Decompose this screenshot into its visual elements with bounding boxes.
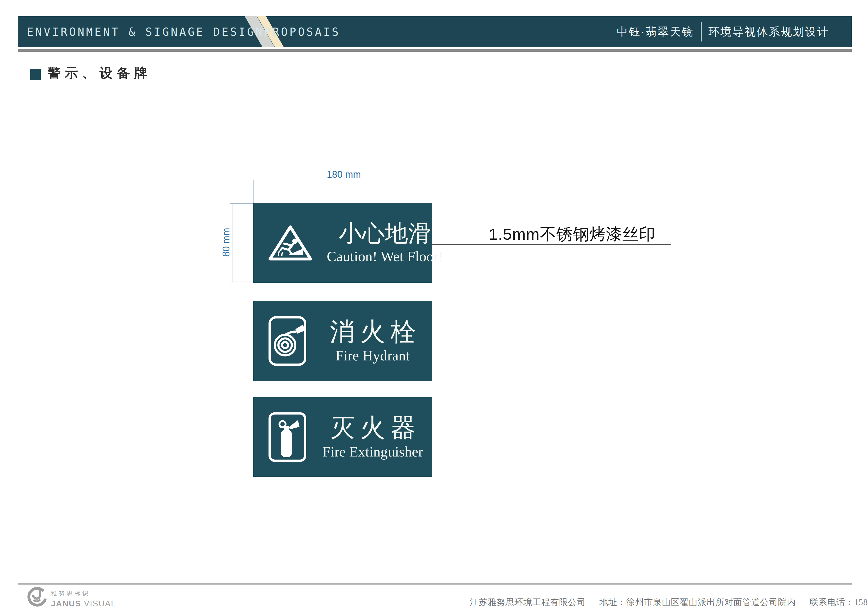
- footer-phone-number: 15852019991: [854, 597, 868, 607]
- sign-panel-fire-extinguisher: 灭火器 Fire Extinguisher: [253, 397, 432, 477]
- sign-label-en: Fire Hydrant: [336, 348, 410, 364]
- header-title: ENVIRONMENT & SIGNAGE DESIGNPROPOSAIS: [27, 16, 340, 47]
- width-dimension-line: [253, 183, 432, 183]
- footer-brand-block: 雅努思标识 JANUS VISUAL: [51, 589, 116, 608]
- page: ENVIRONMENT & SIGNAGE DESIGNPROPOSAIS 中钰…: [0, 0, 868, 614]
- sign-label-en: Caution! Wet Floor!: [327, 249, 443, 265]
- footer-phone-row: 联系电话：15852019991: [809, 596, 868, 608]
- janus-visual-logo-icon: [27, 587, 47, 608]
- header-divider: [701, 22, 702, 42]
- fire-extinguisher-icon: [268, 412, 307, 462]
- brand-name-en-bold: JANUS: [51, 599, 81, 608]
- footer-address: 地址：徐州市泉山区翟山派出所对面管道公司院内: [600, 596, 796, 608]
- fire-hydrant-icon: [268, 316, 307, 366]
- width-dimension-tick-right: [432, 180, 432, 203]
- width-dimension-tick-left: [253, 180, 254, 203]
- header-subtitle: 环境导视体系规划设计: [708, 25, 829, 39]
- sign-text-block: 灭火器 Fire Extinguisher: [321, 414, 425, 460]
- header-bar: ENVIRONMENT & SIGNAGE DESIGNPROPOSAIS 中钰…: [19, 16, 852, 47]
- wet-floor-warning-icon: [268, 224, 313, 262]
- brand-name-en-light: VISUAL: [81, 599, 116, 608]
- brand-name-zh: 雅努思标识: [51, 589, 116, 597]
- height-dimension-line: [232, 203, 233, 282]
- sign-text-block: 小心地滑 Caution! Wet Floor!: [327, 221, 443, 264]
- header-right: 中钰·翡翠天镜 环境导视体系规划设计: [617, 16, 829, 47]
- sign-panel-wet-floor: 小心地滑 Caution! Wet Floor!: [253, 203, 432, 283]
- brand-name-en: JANUS VISUAL: [51, 599, 116, 608]
- section-title-row: 警示、设备牌: [30, 65, 152, 81]
- sign-label-en: Fire Extinguisher: [322, 444, 423, 460]
- footer-info-row: 江苏雅努思环境工程有限公司 地址：徐州市泉山区翟山派出所对面管道公司院内 联系电…: [470, 596, 868, 608]
- project-name: 中钰·翡翠天镜: [617, 25, 694, 39]
- section-bullet-square: [30, 69, 41, 80]
- material-callout-text: 1.5mm不锈钢烤漆丝印: [489, 223, 656, 245]
- height-dimension-tick-top: [230, 203, 253, 204]
- sign-label-zh: 小心地滑: [339, 221, 431, 247]
- sign-label-zh: 灭火器: [324, 414, 421, 442]
- sign-text-block: 消火栓 Fire Hydrant: [321, 318, 425, 364]
- footer-rule: [19, 583, 852, 585]
- footer-phone-label: 联系电话：: [809, 597, 854, 607]
- footer-company: 江苏雅努思环境工程有限公司: [470, 596, 586, 608]
- height-dimension-label: 80 mm: [221, 224, 232, 260]
- section-title: 警示、设备牌: [48, 65, 152, 81]
- height-dimension-tick-bottom: [230, 281, 253, 281]
- header-rule: [19, 50, 852, 52]
- width-dimension-label: 180 mm: [304, 169, 383, 180]
- sign-label-zh: 消火栓: [324, 318, 421, 346]
- sign-panel-fire-hydrant: 消火栓 Fire Hydrant: [253, 301, 432, 381]
